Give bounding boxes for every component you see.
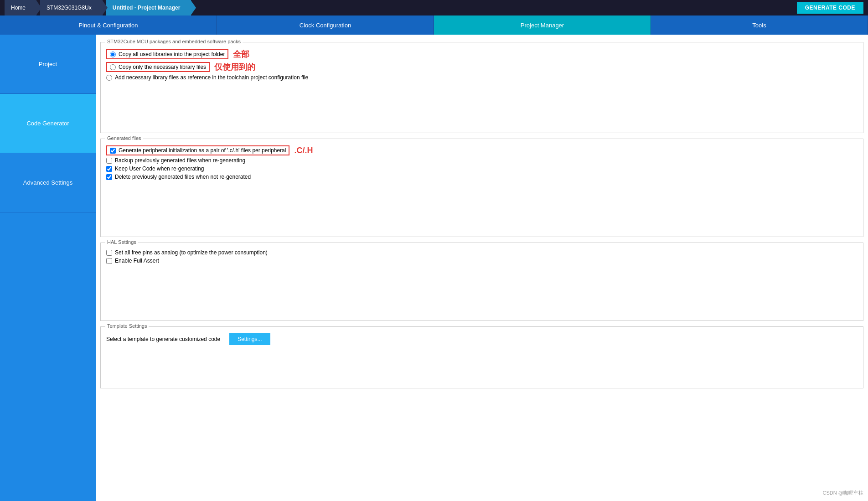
gen-checkbox-peripheral[interactable] (110, 148, 116, 154)
stm32cube-option-3: Add necessary library files as reference… (106, 74, 858, 81)
template-settings-section: Template Settings Select a template to g… (100, 326, 863, 388)
top-bar: Home STM32G031G8Ux Untitled - Project Ma… (0, 0, 868, 15)
hal-option-1: Set all free pins as analog (to optimize… (106, 249, 858, 256)
hal-option-2: Enable Full Assert (106, 258, 858, 264)
content-area: STM32Cube MCU packages and embedded soft… (96, 35, 868, 501)
stm32cube-option-2-highlight: Copy only the necessary library files (106, 62, 210, 72)
generated-files-legend: Generated files (105, 135, 143, 141)
gen-option-3-label: Keep User Code when re-generating (115, 165, 204, 172)
gen-option-4-label: Delete previously generated files when n… (115, 174, 251, 180)
hal-checkbox-analog[interactable] (106, 250, 112, 256)
stm32cube-option-3-label: Add necessary library files as reference… (115, 74, 308, 81)
template-label: Select a template to generate customized… (106, 336, 220, 342)
settings-button[interactable]: Settings... (229, 333, 270, 345)
breadcrumb-mcu[interactable]: STM32G031G8Ux (40, 0, 103, 15)
stm32cube-option-2-label: Copy only the necessary library files (119, 64, 206, 70)
tab-tools[interactable]: Tools (651, 15, 868, 35)
generated-files-section: Generated files Generate peripheral init… (100, 139, 863, 237)
gen-checkbox-backup[interactable] (106, 158, 112, 164)
gen-option-2-label: Backup previously generated files when r… (115, 157, 245, 164)
annotation-ch: .C/.H (294, 146, 313, 155)
stm32cube-section: STM32Cube MCU packages and embedded soft… (100, 42, 863, 133)
hal-checkbox-fullassert[interactable] (106, 258, 112, 264)
template-settings-legend: Template Settings (105, 323, 149, 329)
gen-option-1-row: Generate peripheral initialization as a … (106, 145, 858, 155)
sidebar: Project Code Generator Advanced Settings (0, 35, 96, 501)
hal-settings-legend: HAL Settings (105, 239, 138, 245)
breadcrumb-home[interactable]: Home (5, 0, 36, 15)
watermark: CSDN @咖喱车柱 (823, 490, 863, 496)
stm32cube-radio-reference[interactable] (106, 75, 112, 81)
stm32cube-option-1-highlight: Copy all used libraries into the project… (106, 49, 228, 59)
gen-option-2: Backup previously generated files when r… (106, 157, 858, 164)
main-layout: Project Code Generator Advanced Settings… (0, 35, 868, 501)
tab-bar: Pinout & Configuration Clock Configurati… (0, 15, 868, 35)
hal-settings-section: HAL Settings Set all free pins as analog… (100, 243, 863, 321)
gen-option-4: Delete previously generated files when n… (106, 174, 858, 180)
breadcrumb: Home STM32G031G8Ux Untitled - Project Ma… (5, 0, 191, 15)
stm32cube-option-2-row: Copy only the necessary library files 仅使… (106, 62, 858, 72)
hal-option-1-label: Set all free pins as analog (to optimize… (115, 249, 268, 256)
stm32cube-option-1-row: Copy all used libraries into the project… (106, 49, 858, 60)
annotation-all: 全部 (233, 49, 249, 60)
stm32cube-radio-only[interactable] (110, 64, 116, 70)
template-row: Select a template to generate customized… (106, 333, 858, 345)
gen-option-1-label: Generate peripheral initialization as a … (119, 147, 286, 154)
tab-clock[interactable]: Clock Configuration (217, 15, 434, 35)
generate-code-button[interactable]: GENERATE CODE (797, 2, 863, 14)
sidebar-item-advanced-settings[interactable]: Advanced Settings (0, 153, 96, 212)
stm32cube-legend: STM32Cube MCU packages and embedded soft… (105, 39, 243, 44)
hal-option-2-label: Enable Full Assert (115, 258, 159, 264)
stm32cube-radio-all[interactable] (110, 52, 116, 57)
tab-pinout[interactable]: Pinout & Configuration (0, 15, 217, 35)
tab-project-manager[interactable]: Project Manager (434, 15, 651, 35)
gen-option-3: Keep User Code when re-generating (106, 165, 858, 172)
gen-checkbox-delete[interactable] (106, 174, 112, 180)
sidebar-item-code-generator[interactable]: Code Generator (0, 94, 96, 153)
gen-option-1-highlight: Generate peripheral initialization as a … (106, 145, 289, 155)
gen-checkbox-keepuser[interactable] (106, 166, 112, 172)
breadcrumb-project[interactable]: Untitled - Project Manager (106, 0, 191, 15)
stm32cube-option-1-label: Copy all used libraries into the project… (119, 51, 225, 57)
sidebar-item-project[interactable]: Project (0, 35, 96, 94)
annotation-only: 仅使用到的 (214, 62, 255, 72)
